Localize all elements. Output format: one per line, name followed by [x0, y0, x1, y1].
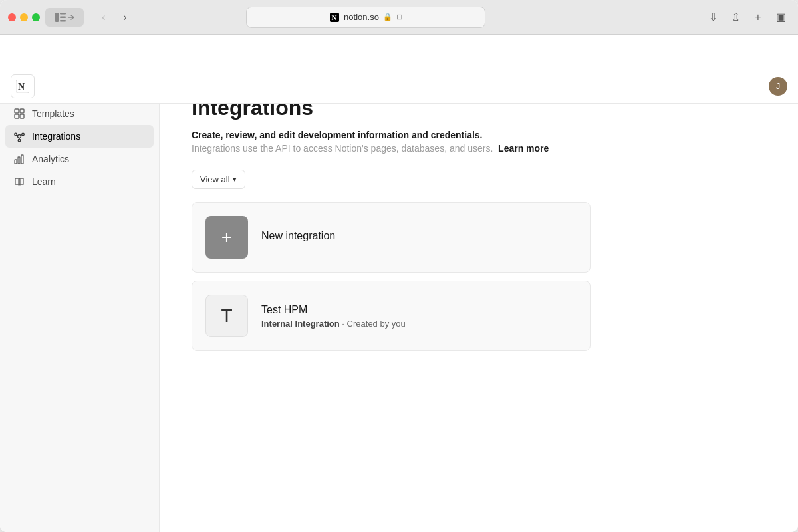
download-button[interactable]: ⇩ [704, 8, 722, 27]
new-integration-card[interactable]: + New integration [192, 202, 591, 273]
page-subdescription: Integrations use the API to access Notio… [192, 143, 766, 154]
reader-mode-btn[interactable]: ⊟ [396, 13, 402, 21]
sidebar-label-integrations: Integrations [32, 131, 80, 142]
close-button[interactable] [8, 13, 16, 21]
main-content: Integrations Create, review, and edit de… [160, 69, 798, 532]
app-content: N J Profile [0, 35, 798, 532]
address-text: notion.so [344, 12, 379, 22]
sidebar-label-learn: Learn [32, 176, 56, 187]
svg-rect-12 [20, 114, 24, 118]
page-description: Create, review, and edit development inf… [192, 130, 766, 140]
app-bar: N J [0, 69, 798, 104]
svg-point-13 [18, 135, 21, 138]
svg-rect-10 [20, 109, 24, 113]
svg-rect-2 [60, 16, 66, 18]
view-all-button[interactable]: View all ▾ [192, 170, 245, 189]
sidebar-item-analytics[interactable]: Analytics [5, 148, 154, 170]
browser-chrome: ‹ › N notion.so 🔒 ⊟ ⇩ ⇫ + ▣ [0, 0, 798, 35]
address-bar[interactable]: N notion.so 🔒 ⊟ [246, 7, 485, 28]
sidebar-item-learn[interactable]: Learn [5, 170, 154, 193]
test-hpm-letter: T [221, 305, 232, 327]
svg-rect-21 [18, 157, 20, 164]
sidebar-label-analytics: Analytics [32, 154, 69, 164]
lock-icon: 🔒 [383, 13, 392, 21]
svg-rect-20 [15, 160, 17, 164]
new-integration-icon: + [205, 216, 248, 259]
svg-rect-1 [60, 13, 66, 15]
chart-icon [13, 153, 25, 165]
traffic-lights [8, 13, 40, 21]
test-hpm-info: Test HPM Internal Integration · Created … [261, 304, 577, 329]
svg-point-15 [22, 133, 25, 136]
browser-actions: ⇩ ⇫ + ▣ [704, 8, 790, 27]
forward-button[interactable]: › [116, 8, 134, 27]
notion-logo[interactable]: N [11, 74, 35, 98]
svg-rect-22 [21, 155, 23, 164]
sidebar-label-templates: Templates [32, 108, 74, 119]
test-hpm-card[interactable]: T Test HPM Internal Integration · Create… [192, 281, 591, 351]
plus-icon: + [221, 228, 232, 247]
test-hpm-name: Test HPM [261, 304, 577, 316]
maximize-button[interactable] [32, 13, 40, 21]
share-button[interactable]: ⇫ [726, 8, 745, 27]
chevron-down-icon: ▾ [233, 175, 237, 184]
new-tab-button[interactable]: + [749, 8, 767, 27]
new-integration-info: New integration [261, 230, 577, 245]
new-integration-name: New integration [261, 230, 577, 242]
test-hpm-icon: T [205, 295, 248, 337]
nodes-icon [13, 130, 25, 142]
svg-rect-0 [55, 13, 59, 22]
minimize-button[interactable] [20, 13, 28, 21]
main-layout: Profile Templates [0, 69, 798, 532]
test-hpm-meta: Internal Integration · Created by you [261, 319, 577, 329]
book-icon [13, 176, 25, 188]
sidebar-toggle-button[interactable] [45, 8, 84, 27]
duplicate-button[interactable]: ▣ [771, 8, 790, 27]
svg-text:N: N [18, 82, 25, 92]
grid-icon [13, 108, 25, 120]
svg-point-14 [15, 133, 17, 136]
svg-point-16 [18, 139, 21, 142]
svg-rect-11 [15, 114, 19, 118]
svg-text:N: N [332, 13, 337, 21]
nav-arrows: ‹ › [94, 8, 134, 27]
sidebar-item-integrations[interactable]: Integrations [5, 125, 154, 148]
svg-rect-3 [60, 20, 66, 22]
user-avatar[interactable]: J [769, 77, 787, 96]
favicon-icon: N [329, 12, 340, 23]
learn-more-link[interactable]: Learn more [498, 143, 549, 154]
svg-rect-9 [15, 109, 19, 113]
sidebar-item-templates[interactable]: Templates [5, 102, 154, 125]
back-button[interactable]: ‹ [94, 8, 113, 27]
sidebar: Profile Templates [0, 69, 160, 532]
